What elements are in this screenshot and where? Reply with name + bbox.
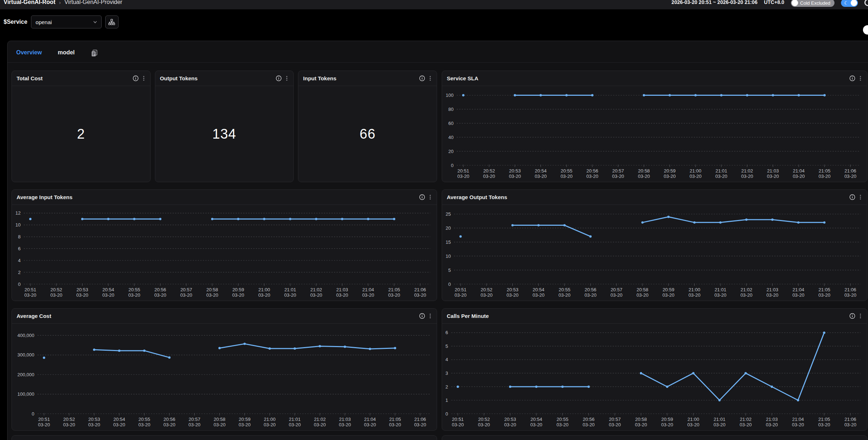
svg-text:03-20: 03-20 (766, 292, 778, 298)
svg-text:03-20: 03-20 (689, 292, 700, 298)
chart-title: Average Input Tokens (17, 194, 72, 200)
topbar-controls: 2026-03-20 20:51 ~ 2026-03-20 21:06 UTC+… (672, 0, 863, 7)
svg-text:21:00: 21:00 (687, 417, 699, 422)
svg-text:20:59: 20:59 (239, 417, 251, 422)
line-chart: 051015202520:5103-2020:5203-2020:5303-20… (442, 205, 867, 301)
svg-text:100,000: 100,000 (17, 391, 34, 397)
card-title: Input Tokens (303, 75, 336, 81)
info-icon[interactable] (419, 313, 425, 319)
timezone[interactable]: UTC+8.0 (764, 0, 784, 5)
toggle-knob (851, 0, 857, 6)
svg-text:03-20: 03-20 (38, 422, 50, 427)
svg-text:03-20: 03-20 (586, 174, 598, 179)
svg-text:03-20: 03-20 (362, 292, 374, 298)
svg-text:300,000: 300,000 (17, 352, 34, 358)
svg-text:4: 4 (445, 357, 448, 362)
svg-text:20:59: 20:59 (664, 168, 676, 174)
tab-overview[interactable]: Overview (16, 49, 42, 61)
svg-text:20:59: 20:59 (232, 287, 244, 292)
kebab-menu-icon[interactable] (427, 313, 433, 319)
svg-text:03-20: 03-20 (483, 174, 495, 179)
svg-text:03-20: 03-20 (610, 292, 622, 298)
svg-text:21:04: 21:04 (793, 168, 805, 174)
svg-text:20:52: 20:52 (483, 168, 495, 174)
svg-text:21:02: 21:02 (741, 168, 753, 174)
time-range[interactable]: 2026-03-20 20:51 ~ 2026-03-20 21:06 (672, 0, 758, 5)
svg-text:20:51: 20:51 (455, 287, 467, 292)
chart-canvas[interactable]: 0100,000200,000300,000400,00020:5103-202… (12, 324, 437, 430)
svg-text:21:06: 21:06 (845, 168, 856, 174)
svg-text:20:59: 20:59 (661, 417, 673, 422)
kebab-menu-icon[interactable] (284, 75, 290, 81)
stat-value: 134 (155, 86, 294, 182)
svg-text:03-20: 03-20 (715, 174, 727, 179)
svg-text:20:58: 20:58 (206, 287, 218, 292)
svg-text:21:05: 21:05 (818, 417, 830, 422)
info-icon[interactable] (276, 75, 282, 81)
svg-text:03-20: 03-20 (818, 292, 830, 298)
chart-title: Average Output Tokens (447, 194, 507, 200)
svg-text:03-20: 03-20 (687, 422, 699, 427)
svg-text:03-20: 03-20 (766, 422, 778, 427)
cold-excluded-toggle[interactable]: Cold Excluded (791, 0, 835, 7)
svg-text:03-20: 03-20 (102, 292, 114, 298)
topology-button[interactable] (105, 15, 119, 28)
svg-text:10: 10 (15, 222, 21, 228)
svg-text:03-20: 03-20 (561, 174, 573, 179)
clipped-floating-button[interactable] (863, 25, 868, 35)
svg-text:21:00: 21:00 (690, 168, 702, 174)
svg-text:40: 40 (448, 135, 453, 140)
breadcrumb-current[interactable]: Virtual-GenAI-Provider (64, 0, 123, 5)
info-icon[interactable] (419, 194, 425, 200)
info-icon[interactable] (419, 75, 425, 81)
svg-text:400,000: 400,000 (17, 333, 34, 338)
svg-text:0: 0 (448, 282, 451, 287)
svg-text:20:51: 20:51 (25, 287, 36, 292)
kebab-menu-icon[interactable] (858, 313, 863, 319)
copy-dashboard-button[interactable] (90, 49, 98, 57)
chart-canvas[interactable]: 051015202520:5103-2020:5203-2020:5303-20… (442, 205, 867, 301)
svg-text:6: 6 (445, 330, 448, 335)
svg-text:2: 2 (18, 270, 21, 275)
svg-text:8: 8 (18, 234, 21, 239)
clipped-control-icon[interactable] (864, 0, 868, 6)
svg-text:0: 0 (445, 411, 448, 417)
svg-text:03-20: 03-20 (113, 422, 125, 427)
svg-text:0: 0 (32, 411, 34, 417)
svg-text:20:52: 20:52 (478, 417, 490, 422)
svg-text:10: 10 (446, 253, 451, 259)
info-icon[interactable] (849, 313, 855, 319)
info-icon[interactable] (849, 194, 855, 200)
svg-text:03-20: 03-20 (284, 292, 296, 298)
tab-model[interactable]: model (58, 49, 75, 61)
chart-canvas[interactable]: 02040608010020:5103-2020:5203-2020:5303-… (442, 86, 867, 182)
line-chart: 0100,000200,000300,000400,00020:5103-202… (12, 324, 437, 430)
breadcrumb-root[interactable]: Virtual-GenAI-Root (4, 0, 55, 5)
svg-text:03-20: 03-20 (63, 422, 75, 427)
svg-text:03-20: 03-20 (509, 174, 521, 179)
service-select[interactable]: openai (31, 15, 102, 28)
svg-text:03-20: 03-20 (558, 292, 570, 298)
service-select-value: openai (36, 19, 52, 25)
svg-text:03-20: 03-20 (844, 292, 856, 298)
kebab-menu-icon[interactable] (141, 75, 147, 81)
kebab-menu-icon[interactable] (858, 194, 863, 200)
line-chart: 02468101220:5103-2020:5203-2020:5303-202… (12, 205, 437, 301)
chart-canvas[interactable]: 012345620:5103-2020:5203-2020:5303-2020:… (442, 324, 867, 430)
svg-text:20:53: 20:53 (507, 287, 518, 292)
svg-text:21:00: 21:00 (689, 287, 700, 292)
svg-text:2: 2 (445, 384, 448, 390)
svg-text:03-20: 03-20 (844, 174, 856, 179)
kebab-menu-icon[interactable] (858, 75, 863, 81)
info-icon[interactable] (849, 75, 855, 81)
svg-text:03-20: 03-20 (232, 292, 244, 298)
svg-text:03-20: 03-20 (478, 422, 490, 427)
chart-canvas[interactable]: 02468101220:5103-2020:5203-2020:5303-202… (12, 205, 437, 301)
line-chart: 02040608010020:5103-2020:5203-2020:5303-… (442, 86, 867, 182)
kebab-menu-icon[interactable] (427, 194, 433, 200)
theme-toggle[interactable]: ☾ (841, 0, 858, 7)
kebab-menu-icon[interactable] (427, 75, 433, 81)
svg-text:03-20: 03-20 (818, 422, 830, 427)
svg-text:21:01: 21:01 (289, 417, 301, 422)
info-icon[interactable] (133, 75, 139, 81)
